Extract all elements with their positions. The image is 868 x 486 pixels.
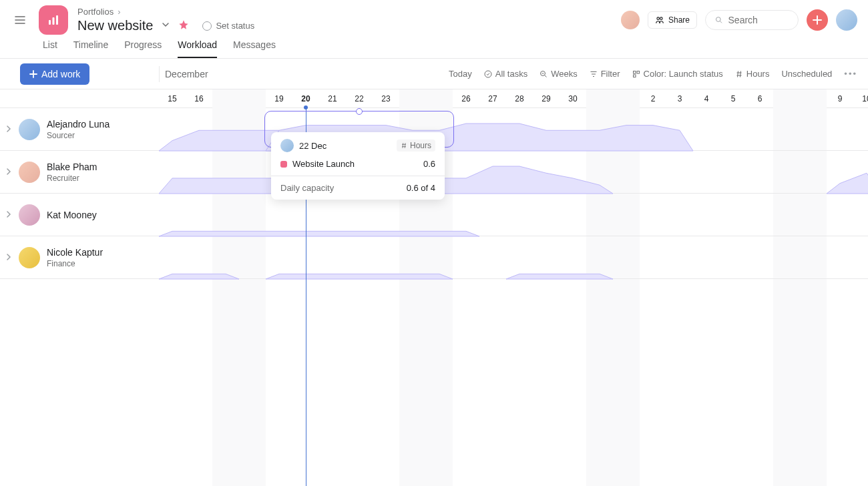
tooltip-project-value: 0.6: [423, 159, 435, 169]
date-cell[interactable]: 9: [827, 89, 853, 107]
person-row[interactable]: Kat Mooney: [0, 194, 159, 236]
today-button[interactable]: Today: [449, 69, 472, 79]
search-box[interactable]: [705, 10, 799, 30]
date-cell[interactable]: 27: [479, 89, 506, 107]
date-cell[interactable]: 28: [506, 89, 533, 107]
breadcrumb-parent[interactable]: Portfolios: [77, 7, 114, 17]
set-status-label: Set status: [216, 21, 254, 31]
share-button[interactable]: Share: [648, 11, 697, 29]
date-cell[interactable]: 26: [453, 89, 479, 107]
expand-chevron-icon[interactable]: [5, 210, 12, 220]
filter-button[interactable]: Filter: [590, 69, 620, 79]
unscheduled-button[interactable]: Unscheduled: [781, 69, 832, 79]
date-cell[interactable]: 20: [292, 89, 319, 107]
all-tasks-filter[interactable]: All tasks: [484, 69, 527, 79]
workload-chart: [159, 194, 868, 236]
tooltip-project: Website Launch: [292, 159, 355, 169]
svg-rect-2: [56, 15, 58, 25]
selection-handle[interactable]: [356, 108, 363, 115]
hours-button[interactable]: Hours: [735, 69, 770, 79]
person-role: Sourcer: [47, 131, 110, 140]
date-cell[interactable]: 19: [266, 89, 292, 107]
date-cell[interactable]: 4: [693, 89, 720, 107]
date-cell[interactable]: 10: [853, 89, 868, 107]
expand-chevron-icon[interactable]: [5, 167, 12, 177]
hamburger-menu[interactable]: [13, 13, 27, 27]
svg-point-4: [660, 17, 663, 20]
workload-chart: [159, 236, 868, 279]
breadcrumb[interactable]: Portfolios ›: [77, 7, 621, 17]
date-cell[interactable]: 16: [186, 89, 212, 107]
date-cell[interactable]: 29: [533, 89, 560, 107]
plus-icon: [812, 15, 823, 25]
date-cell[interactable]: 3: [666, 89, 693, 107]
svg-marker-14: [827, 173, 868, 194]
more-menu[interactable]: •••: [844, 69, 857, 79]
tab-list[interactable]: List: [43, 39, 57, 58]
status-circle-icon: [202, 21, 212, 31]
grid-row[interactable]: [159, 151, 868, 194]
person-row[interactable]: Alejandro Luna Sourcer: [0, 108, 159, 151]
date-cell[interactable]: 22: [346, 89, 373, 107]
tab-progress[interactable]: Progress: [124, 39, 162, 58]
person-avatar: [19, 119, 40, 140]
person-avatar: [19, 204, 40, 226]
star-icon[interactable]: [178, 19, 189, 32]
search-input[interactable]: [728, 15, 789, 25]
svg-rect-10: [633, 75, 636, 77]
date-cell[interactable]: 6: [746, 89, 773, 107]
expand-chevron-icon[interactable]: [5, 252, 12, 262]
weeks-zoom[interactable]: Weeks: [539, 69, 578, 79]
tab-timeline[interactable]: Timeline: [73, 39, 108, 58]
person-name: Alejandro Luna: [47, 119, 110, 130]
svg-rect-9: [637, 71, 640, 73]
svg-marker-18: [506, 274, 613, 279]
tab-messages[interactable]: Messages: [233, 39, 276, 58]
person-role: Finance: [47, 259, 103, 268]
svg-point-3: [657, 17, 660, 20]
date-cell[interactable]: 30: [560, 89, 586, 107]
add-work-button[interactable]: Add work: [20, 63, 89, 85]
date-cell[interactable]: 15: [159, 89, 186, 107]
month-label: December: [159, 66, 239, 82]
user-avatar[interactable]: [836, 9, 857, 31]
tooltip-hours-badge: Hours: [397, 140, 435, 152]
tooltip-capacity-label: Daily capacity: [280, 183, 334, 193]
grid-row[interactable]: [159, 236, 868, 279]
svg-rect-8: [633, 71, 636, 73]
svg-marker-17: [266, 274, 453, 279]
project-color-dot: [280, 161, 287, 168]
people-icon: [655, 15, 664, 25]
tooltip-avatar: [280, 139, 294, 152]
workload-grid[interactable]: 1516171819202122232425262728293031123456…: [159, 89, 868, 486]
person-name: Kat Mooney: [47, 210, 97, 220]
svg-point-6: [485, 71, 491, 77]
palette-icon: [632, 70, 640, 78]
workload-chart: [159, 151, 868, 194]
svg-rect-0: [49, 20, 51, 25]
date-cell[interactable]: 23: [373, 89, 399, 107]
filter-icon: [590, 70, 598, 78]
title-dropdown[interactable]: [161, 20, 170, 31]
zoom-icon: [539, 70, 548, 78]
tooltip-date: 22 Dec: [299, 141, 327, 151]
share-label: Share: [668, 15, 690, 25]
tab-workload[interactable]: Workload: [178, 39, 217, 58]
grid-row[interactable]: [159, 194, 868, 236]
member-avatar[interactable]: [621, 11, 640, 29]
color-button[interactable]: Color: Launch status: [632, 69, 723, 79]
date-cell[interactable]: 21: [319, 89, 346, 107]
person-name: Nicole Kaptur: [47, 247, 103, 258]
set-status-button[interactable]: Set status: [197, 18, 260, 33]
person-row[interactable]: Nicole Kaptur Finance: [0, 236, 159, 279]
person-row[interactable]: Blake Pham Recruiter: [0, 151, 159, 194]
date-cell[interactable]: 5: [720, 89, 746, 107]
expand-chevron-icon[interactable]: [5, 124, 12, 134]
date-cell[interactable]: 2: [640, 89, 666, 107]
tooltip-capacity-value: 0.6 of 4: [407, 183, 435, 193]
check-circle-icon: [484, 70, 492, 78]
grid-row[interactable]: [159, 108, 868, 151]
search-icon: [715, 15, 723, 25]
global-add-button[interactable]: [807, 9, 828, 31]
person-name: Blake Pham: [47, 162, 97, 172]
